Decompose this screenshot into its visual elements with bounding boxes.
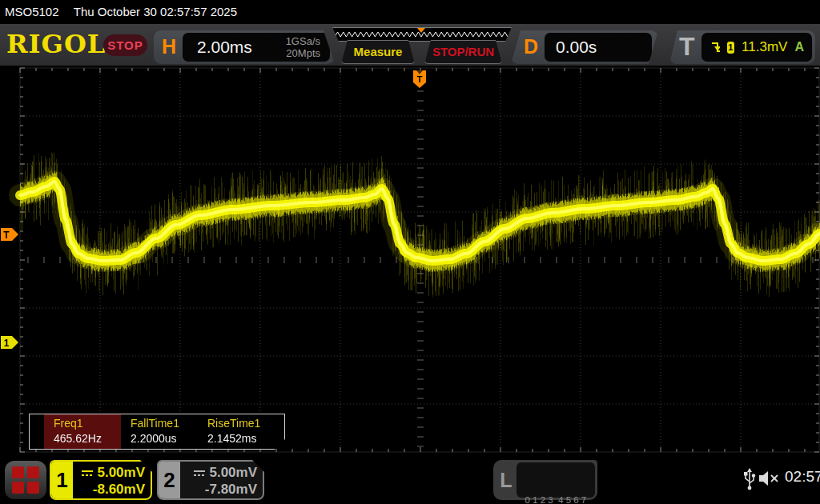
measurement-label: Freq1 [54,417,121,430]
measurement-value: 465.62Hz [54,432,121,445]
measurement-label: RiseTime1 [207,417,275,430]
measurement-value: 2.2000us [131,432,198,445]
channel1-offset-marker[interactable]: 1 [1,336,18,349]
measurement-risetime[interactable]: RiseTime1 2.1452ms [198,414,275,449]
measurement-label: FallTime1 [131,417,198,430]
trigger-position-marker[interactable]: T [413,70,426,88]
measurement-panel[interactable]: Freq1 465.62Hz FallTime1 2.2000us RiseTi… [29,414,285,450]
measurement-falltime[interactable]: FallTime1 2.2000us [121,414,198,449]
svg-text:1: 1 [4,338,10,349]
measurement-value: 2.1452ms [207,432,275,445]
measurement-freq[interactable]: Freq1 465.62Hz [44,414,121,449]
svg-text:T: T [417,74,423,84]
oscilloscope-screen: MSO5102 Thu October 30 02:57:57 2025 RIG… [0,0,820,504]
svg-text:T: T [3,230,10,241]
trigger-level-marker[interactable]: T [1,228,18,241]
